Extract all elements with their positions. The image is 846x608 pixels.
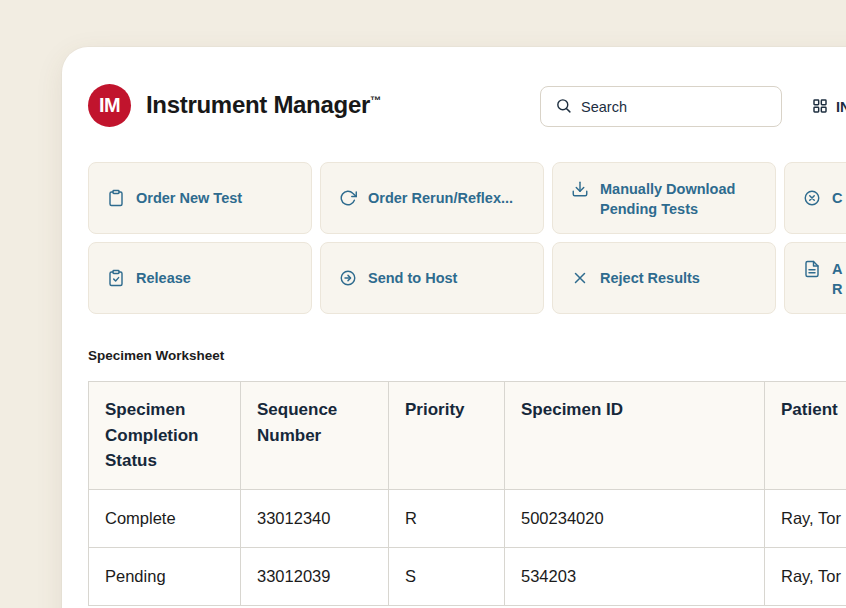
app-logo: IM [88,84,131,127]
cell-specimen-id: 534203 [505,547,765,605]
cancel-button[interactable]: C [784,162,846,234]
table-row[interactable]: Complete 33012340 R 500234020 Ray, Tor [89,489,846,547]
release-button[interactable]: Release [88,242,312,314]
app-title-text: Instrument Manager [146,91,370,118]
search-icon [555,97,572,117]
cell-patient: Ray, Tor [765,547,846,605]
order-new-test-label: Order New Test [136,188,242,208]
cell-specimen-id: 500234020 [505,489,765,547]
rerun-icon [339,189,357,207]
download-icon [571,180,589,198]
column-header-specimen-id: Specimen ID [505,382,765,490]
trademark-symbol: ™ [370,94,381,106]
reject-results-button[interactable]: Reject Results [552,242,776,314]
column-header-specimen-completion-status: Specimen Completion Status [89,382,241,490]
worksheet-title: Specimen Worksheet [88,348,224,363]
reject-results-label: Reject Results [600,268,700,288]
grid-icon [812,98,828,117]
search-input[interactable]: Search [540,86,782,127]
column-header-priority: Priority [389,382,505,490]
send-to-host-button[interactable]: Send to Host [320,242,544,314]
nav-apps-item[interactable]: IN [812,96,846,118]
cell-sequence-number: 33012039 [241,547,389,605]
table-header-row: Specimen Completion Status Sequence Numb… [89,382,846,490]
page-title: Instrument Manager™ [146,91,381,119]
cell-patient: Ray, Tor [765,489,846,547]
app-card: IM Instrument Manager™ Search IN Order N… [62,47,846,608]
cancel-label: C [832,188,842,208]
x-icon [571,269,589,287]
specimen-worksheet-table: Specimen Completion Status Sequence Numb… [88,381,846,606]
column-header-sequence-number: Sequence Number [241,382,389,490]
report-label: A R [832,259,842,299]
table-row[interactable]: Pending 33012039 S 534203 Ray, Tor [89,547,846,605]
document-icon [803,260,821,278]
cell-sequence-number: 33012340 [241,489,389,547]
manually-download-pending-tests-label: Manually Download Pending Tests [600,179,757,219]
cell-status: Pending [89,547,241,605]
search-label: Search [581,99,627,115]
release-label: Release [136,268,191,288]
nav-apps-label: IN [836,99,846,115]
clipboard-check-icon [107,269,125,287]
cell-status: Complete [89,489,241,547]
circle-x-icon [803,189,821,207]
app-logo-text: IM [99,94,120,117]
order-new-test-button[interactable]: Order New Test [88,162,312,234]
manually-download-pending-tests-button[interactable]: Manually Download Pending Tests [552,162,776,234]
order-rerun-reflex-label: Order Rerun/Reflex... [368,188,513,208]
cell-priority: S [389,547,505,605]
cell-priority: R [389,489,505,547]
send-to-host-label: Send to Host [368,268,457,288]
send-icon [339,269,357,287]
clipboard-icon [107,189,125,207]
order-rerun-reflex-button[interactable]: Order Rerun/Reflex... [320,162,544,234]
column-header-patient: Patient [765,382,846,490]
app-window: IM Instrument Manager™ Search IN Order N… [0,0,846,608]
report-button[interactable]: A R [784,242,846,314]
